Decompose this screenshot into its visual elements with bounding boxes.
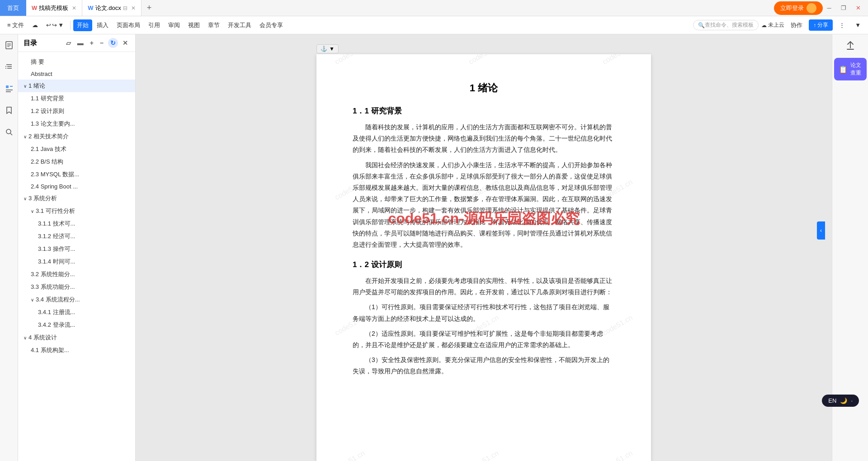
toc-refresh[interactable]: ↻ <box>108 38 118 48</box>
search-icon: 🔍 <box>698 22 705 28</box>
menu-bar: ≡ 文件 ☁ ↩ ↪ ▼ 开始 插入 页面布局 引用 审阅 视图 章节 开发工具… <box>0 16 868 34</box>
toc-label: 1.1 研究背景 <box>31 94 64 103</box>
sidebar-icon-search[interactable] <box>2 125 16 139</box>
thesis-check-label: 论文查重 <box>849 61 862 77</box>
toc-item-abstract-en[interactable]: Abstract <box>18 68 135 80</box>
menu-more[interactable]: ⋮ <box>835 20 849 30</box>
toc-item-3-2[interactable]: 3.2 系统性能分... <box>18 268 135 281</box>
toc-chevron-ch4: ∨ <box>24 335 27 340</box>
win-restore[interactable]: ❐ <box>837 2 850 14</box>
menu-more-undo[interactable]: ▼ <box>58 22 64 28</box>
menu-cloud-status[interactable]: ☁ 未上云 <box>761 21 784 29</box>
login-button[interactable]: 立即登录 <box>774 1 823 15</box>
toc-item-2-4[interactable]: 2.4 Spring Boot ... <box>18 181 135 192</box>
doc-paragraph-3: 在开始开发项目之前，必须要先考虑项目的实用性、科学性，以及该项目是否能够真正让用… <box>353 275 615 298</box>
toc-add[interactable]: + <box>88 38 95 47</box>
toc-item-ch3[interactable]: ∨ 3 系统分析 <box>18 192 135 205</box>
menu-save[interactable]: ☁ <box>28 20 42 30</box>
menu-member[interactable]: 会员专享 <box>256 19 287 31</box>
watermark-cell: code51.cn <box>526 369 651 461</box>
toc-title: 目录 <box>24 39 37 47</box>
doc-heading-1-2: 1．2 设计原则 <box>353 259 615 270</box>
lang-switcher[interactable]: EN 🌙 · <box>822 395 859 407</box>
doc-anchor-btn[interactable]: ⚓ ▼ <box>316 44 339 53</box>
toc-expand-all[interactable]: ▱ <box>64 38 73 47</box>
document-area[interactable]: ⚓ ▼ code51.cn code51.cn code51.cn code51… <box>136 34 832 461</box>
toc-item-ch4[interactable]: ∨ 4 系统设计 <box>18 331 135 344</box>
menu-redo[interactable]: ↪ <box>52 22 57 28</box>
toc-item-ch1[interactable]: ∨ 1 绪论 <box>18 80 135 92</box>
anchor-label: ▼ <box>329 46 335 52</box>
toc-header-actions: ▱ ▬ + − ↻ ✕ <box>64 38 130 48</box>
sidebar-icon-nav[interactable] <box>2 60 16 74</box>
tab-template-close[interactable]: ✕ <box>72 5 76 11</box>
toc-remove[interactable]: − <box>98 38 105 47</box>
toc-item-2-3[interactable]: 2.3 MYSQL 数据... <box>18 168 135 181</box>
toc-item-3-4[interactable]: ∨ 3.4 系统流程分... <box>18 293 135 306</box>
menu-start[interactable]: 开始 <box>73 19 92 31</box>
menu-right-actions: 🔍 查找命令、搜索模板 ☁ 未上云 协作 ↑ 分享 ⋮ ▼ <box>693 19 864 31</box>
win-minimize[interactable]: ─ <box>823 2 835 14</box>
toc-item-1-3[interactable]: 1.3 论文主要内... <box>18 118 135 130</box>
toc-item-1-2[interactable]: 1.2 设计原则 <box>18 105 135 118</box>
toc-item-3-1-4[interactable]: 3.1.4 时间可... <box>18 255 135 268</box>
toc-collapse-all[interactable]: ▬ <box>75 38 85 47</box>
toc-label: 3.1.2 经济可... <box>38 232 75 240</box>
menu-insert[interactable]: 插入 <box>93 19 112 31</box>
right-icon-upload[interactable] <box>842 38 859 54</box>
menu-reference[interactable]: 引用 <box>145 19 164 31</box>
doc-paragraph-1: 随着科技的发展，计算机的应用，人们的生活方方面面都和互联网密不可分。计算机的普及… <box>353 122 615 156</box>
toc-item-2-1[interactable]: 2.1 Java 技术 <box>18 143 135 155</box>
toc-item-2-2[interactable]: 2.2 B/S 结构 <box>18 155 135 168</box>
toc-close[interactable]: ✕ <box>121 38 130 47</box>
win-close[interactable]: ✕ <box>852 2 864 14</box>
toc-item-abstract[interactable]: 摘 要 <box>18 56 135 68</box>
toc-label: 2 相关技术简介 <box>28 132 69 141</box>
toc-item-4-1[interactable]: 4.1 系统构架... <box>18 344 135 357</box>
toc-label: 3.1.4 时间可... <box>38 258 75 266</box>
menu-share-button[interactable]: ↑ 分享 <box>809 19 833 31</box>
doc-paragraph-5: （2）适应性原则。项目要保证可维护性和可扩展性，这是每个非短期项目都需要考虑的，… <box>353 328 615 351</box>
menu-file[interactable]: ≡ 文件 <box>4 19 28 31</box>
menu-page-layout[interactable]: 页面布局 <box>113 19 144 31</box>
menu-undo-group[interactable]: ↩ ↪ ▼ <box>42 20 67 30</box>
menu-collab[interactable]: 协作 <box>787 19 806 31</box>
toc-item-3-1-2[interactable]: 3.1.2 经济可... <box>18 230 135 243</box>
tab-home[interactable]: 首页 <box>0 0 26 16</box>
menu-devtools[interactable]: 开发工具 <box>224 19 255 31</box>
menu-chapter[interactable]: 章节 <box>204 19 223 31</box>
window-controls: ─ ❐ ✕ <box>823 2 868 14</box>
menu-search-box[interactable]: 🔍 查找命令、搜索模板 <box>693 20 759 30</box>
right-panel-collapse[interactable]: ‹ <box>817 221 825 240</box>
toc-item-3-3[interactable]: 3.3 系统功能分... <box>18 281 135 293</box>
sidebar-icon-toc[interactable] <box>2 81 16 96</box>
svg-line-14 <box>10 133 12 135</box>
toc-item-1-1[interactable]: 1.1 研究背景 <box>18 92 135 105</box>
menu-view[interactable]: 视图 <box>184 19 203 31</box>
sidebar-icon-pages[interactable] <box>2 38 16 52</box>
toc-item-3-4-1[interactable]: 3.4.1 注册流... <box>18 306 135 319</box>
menu-review[interactable]: 审阅 <box>165 19 184 31</box>
menu-undo[interactable]: ↩ <box>46 22 51 28</box>
thesis-check-button[interactable]: 📋 论文查重 <box>834 58 867 80</box>
title-bar: 首页 W 找稿壳模板 ✕ W 论文.docx ⊟ ✕ + 立即登录 ─ ❐ ✕ <box>0 0 868 16</box>
toc-item-3-1[interactable]: ∨ 3.1 可行性分析 <box>18 205 135 217</box>
toc-chevron-3-1: ∨ <box>31 209 34 214</box>
sidebar-icon-bookmark[interactable] <box>2 103 16 118</box>
tab-template[interactable]: W 找稿壳模板 ✕ <box>26 0 82 16</box>
toc-item-3-1-1[interactable]: 3.1.1 技术可... <box>18 217 135 230</box>
tab-doc-minimize[interactable]: ⊟ <box>123 5 127 11</box>
tab-doc-close[interactable]: ✕ <box>131 5 136 11</box>
tab-add-button[interactable]: + <box>142 3 157 13</box>
toc-item-ch2[interactable]: ∨ 2 相关技术简介 <box>18 130 135 143</box>
theme-icon: 🌙 <box>840 397 847 404</box>
doc-paragraph-6: （3）安全性及保密性原则。要充分保证用户信息的安全性和保密性，不能因为开发上的失… <box>353 354 615 377</box>
tab-doc[interactable]: W 论文.docx ⊟ ✕ <box>82 0 141 16</box>
tab-template-icon: W <box>32 5 37 11</box>
toc-item-3-4-2[interactable]: 3.4.2 登录流... <box>18 319 135 331</box>
svg-point-7 <box>5 66 6 67</box>
menu-expand[interactable]: ▼ <box>851 20 864 30</box>
toc-item-3-1-3[interactable]: 3.1.3 操作可... <box>18 243 135 255</box>
toc-label: 2.3 MYSQL 数据... <box>31 170 79 179</box>
toc-label: Abstract <box>31 71 52 77</box>
